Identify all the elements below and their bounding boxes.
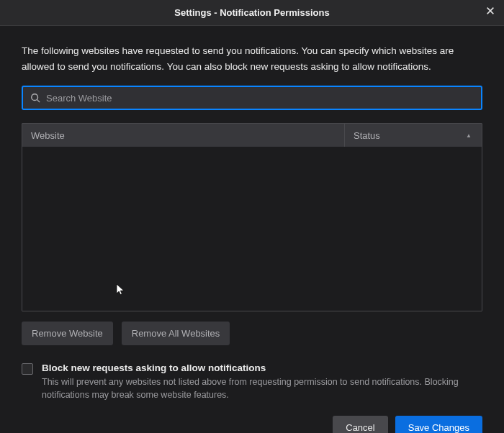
sort-ascending-icon: ▲ bbox=[466, 132, 472, 139]
block-requests-description: This will prevent any websites not liste… bbox=[42, 376, 482, 401]
column-header-status[interactable]: Status ▲ bbox=[345, 130, 482, 141]
svg-line-3 bbox=[37, 100, 40, 103]
svg-point-2 bbox=[32, 94, 38, 101]
dialog-footer-buttons: Cancel Save Changes bbox=[22, 416, 482, 433]
block-requests-text: Block new requests asking to allow notif… bbox=[42, 363, 482, 401]
save-changes-button[interactable]: Save Changes bbox=[395, 416, 482, 433]
column-header-website-label: Website bbox=[31, 130, 65, 141]
cancel-button[interactable]: Cancel bbox=[333, 416, 387, 433]
column-header-status-label: Status bbox=[354, 130, 380, 141]
mouse-cursor-icon bbox=[116, 283, 126, 296]
table-body bbox=[22, 147, 482, 311]
search-input[interactable] bbox=[46, 93, 474, 104]
close-icon[interactable] bbox=[484, 6, 497, 19]
column-header-website[interactable]: Website bbox=[22, 124, 345, 147]
remove-all-websites-button[interactable]: Remove All Websites bbox=[122, 322, 230, 345]
description-text: The following websites have requested to… bbox=[22, 43, 482, 74]
search-icon bbox=[30, 93, 40, 103]
titlebar: Settings - Notification Permissions bbox=[0, 0, 504, 26]
dialog-title: Settings - Notification Permissions bbox=[174, 7, 329, 18]
dialog-content: The following websites have requested to… bbox=[0, 26, 504, 433]
remove-buttons-row: Remove Website Remove All Websites bbox=[22, 322, 482, 345]
search-field-wrap[interactable] bbox=[22, 86, 482, 110]
block-requests-option: Block new requests asking to allow notif… bbox=[22, 363, 482, 401]
block-requests-checkbox[interactable] bbox=[22, 363, 33, 375]
block-requests-label: Block new requests asking to allow notif… bbox=[42, 363, 482, 373]
remove-website-button[interactable]: Remove Website bbox=[22, 322, 113, 345]
table-header: Website Status ▲ bbox=[22, 124, 482, 147]
websites-table: Website Status ▲ bbox=[22, 123, 482, 311]
